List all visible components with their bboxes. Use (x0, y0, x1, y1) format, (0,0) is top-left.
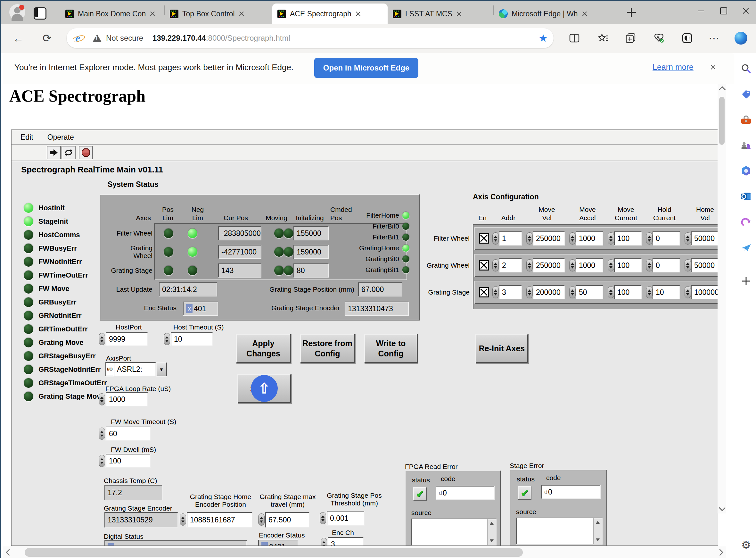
scroll-up-icon[interactable] (719, 86, 726, 93)
run-button[interactable] (47, 146, 61, 159)
vertical-scroll-thumb[interactable] (719, 97, 725, 145)
axis-port-combo[interactable]: I/O ASRL2: (105, 362, 167, 376)
move-vel-field[interactable]: 200000 (533, 285, 565, 299)
bookmark-star-icon[interactable] (539, 32, 548, 44)
split-screen-icon[interactable] (567, 31, 582, 45)
move-accel-field[interactable]: 1000 (576, 231, 603, 246)
home-vel-field[interactable]: 100000 (691, 285, 718, 299)
collections-icon[interactable] (624, 31, 638, 45)
move-vel-field[interactable]: 250000 (533, 258, 565, 273)
games-icon[interactable] (740, 139, 753, 152)
refresh-icon[interactable]: ⟳ (39, 30, 55, 46)
source-box[interactable] (411, 518, 496, 546)
move-vel-field[interactable]: 250000 (533, 231, 565, 246)
gs-max-travel-field[interactable]: 67.500 (265, 512, 309, 528)
enc-ch-field[interactable]: 3 (328, 537, 363, 546)
home-vel-spinner[interactable] (684, 232, 691, 245)
radix-hex[interactable]: x (262, 542, 268, 546)
hold-current-field[interactable]: 0 (652, 231, 680, 246)
move-current-field[interactable]: 100 (614, 258, 642, 273)
tab-close-icon[interactable] (239, 11, 244, 17)
back-icon[interactable]: ← (10, 30, 26, 46)
home-vel-field[interactable]: 50000 (691, 231, 718, 246)
scroll-right-icon[interactable] (717, 549, 723, 556)
gs-home-enc-spinner[interactable] (180, 513, 186, 526)
outlook-icon[interactable] (740, 190, 753, 203)
hold-current-spinner[interactable] (646, 232, 652, 245)
browser-essentials-icon[interactable] (652, 31, 666, 45)
move-current-spinner[interactable] (608, 232, 614, 245)
new-tab-button[interactable] (626, 7, 637, 18)
move-accel-field[interactable]: 1000 (576, 258, 603, 273)
gs-max-travel-spinner[interactable] (258, 513, 265, 526)
move-accel-field[interactable]: 50 (576, 285, 603, 299)
tab-close-icon[interactable] (582, 11, 588, 17)
move-current-field[interactable]: 100 (614, 285, 642, 299)
enable-checkbox[interactable] (479, 260, 489, 271)
addr-spinner[interactable] (492, 259, 499, 272)
favorites-icon[interactable] (596, 31, 610, 45)
designer-icon[interactable] (740, 216, 753, 229)
enc-ch-spinner[interactable] (321, 538, 327, 546)
horizontal-scrollbar[interactable] (3, 546, 726, 558)
enable-checkbox[interactable] (479, 287, 489, 298)
tab-lsst-at-mcs[interactable]: LSST AT MCS (387, 3, 493, 24)
radix-binary[interactable]: b (108, 543, 114, 546)
profile-avatar[interactable] (9, 4, 25, 20)
addr-field[interactable]: 3 (499, 285, 522, 299)
banner-close-icon[interactable] (710, 65, 716, 70)
tab-top-box-control[interactable]: Top Box Control (165, 3, 272, 24)
fw-dwell-spinner[interactable] (99, 455, 105, 467)
fpga-loop-rate-field[interactable]: 1000 (106, 392, 148, 406)
dropdown-arrow-icon[interactable] (156, 362, 167, 376)
tools-icon[interactable] (740, 114, 753, 127)
tab-microsoft-edge[interactable]: Microsoft Edge | Wh (494, 3, 604, 24)
open-in-edge-button[interactable]: Open in Microsoft Edge (314, 58, 418, 78)
settings-gear-icon[interactable]: ⚙ (740, 538, 753, 551)
horizontal-scroll-thumb[interactable] (25, 548, 523, 557)
home-vel-spinner[interactable] (684, 286, 691, 298)
host-port-field[interactable]: 9999 (106, 332, 148, 346)
host-timeout-field[interactable]: 10 (171, 332, 213, 346)
vertical-scrollbar[interactable] (718, 84, 726, 513)
close-button[interactable] (734, 1, 756, 20)
source-scrollbar[interactable] (487, 519, 496, 545)
scroll-left-icon[interactable] (6, 549, 12, 556)
move-accel-spinner[interactable] (569, 286, 576, 298)
tab-main-box-dome[interactable]: Main Box Dome Con (60, 3, 164, 24)
enable-checkbox[interactable] (479, 233, 489, 244)
move-accel-spinner[interactable] (569, 232, 576, 245)
restore-from-config-button[interactable]: Restore from Config (300, 334, 355, 363)
stop-button[interactable]: STOP (237, 374, 291, 403)
security-label[interactable]: Not secure (106, 34, 143, 43)
tab-close-icon[interactable] (355, 11, 361, 17)
fpga-loop-rate-spinner[interactable] (99, 393, 105, 405)
addr-field[interactable]: 1 (499, 231, 522, 246)
gs-pos-threshold-field[interactable]: 0.001 (327, 511, 364, 526)
menu-operate[interactable]: Operate (47, 133, 74, 142)
apply-changes-button[interactable]: Apply Changes (236, 334, 291, 363)
move-current-spinner[interactable] (608, 259, 614, 272)
move-vel-spinner[interactable] (526, 232, 533, 245)
host-port-spinner[interactable] (99, 333, 105, 345)
hold-current-field[interactable]: 0 (652, 258, 680, 273)
source-scrollbar[interactable] (593, 518, 602, 544)
move-vel-spinner[interactable] (526, 286, 533, 298)
url-text[interactable]: 139.229.170.44:8000/Spectrograph.html (153, 34, 534, 43)
settings-more-icon[interactable]: ⋯ (707, 31, 721, 45)
addr-field[interactable]: 2 (499, 258, 522, 273)
search-icon[interactable] (740, 62, 753, 75)
scroll-down-icon[interactable] (719, 505, 726, 511)
tab-close-icon[interactable] (150, 11, 155, 17)
ie-mode-indicator-icon[interactable] (680, 31, 694, 45)
hold-current-field[interactable]: 10 (652, 285, 680, 299)
source-box[interactable] (516, 517, 602, 544)
gs-home-enc-field[interactable]: 10885161687 (187, 512, 252, 528)
drop-icon[interactable] (740, 242, 753, 254)
addr-spinner[interactable] (492, 232, 499, 245)
run-continuous-button[interactable] (61, 146, 76, 159)
menu-edit[interactable]: Edit (21, 133, 33, 142)
address-bar[interactable]: e Not secure 139.229.170.44:8000/Spectro… (66, 28, 554, 48)
hold-current-spinner[interactable] (646, 259, 652, 272)
radix-hex[interactable]: x (186, 304, 192, 313)
